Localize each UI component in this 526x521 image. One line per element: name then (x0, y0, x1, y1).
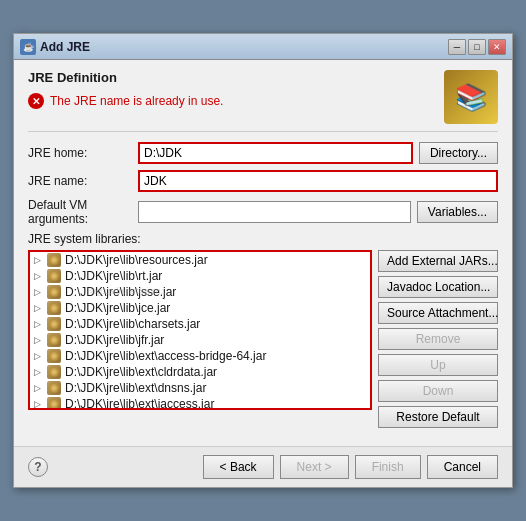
error-icon: ✕ (28, 93, 44, 109)
list-item[interactable]: ▷ D:\JDK\jre\lib\jfr.jar (30, 332, 370, 348)
bottom-bar: ? < Back Next > Finish Cancel (14, 446, 512, 487)
help-button[interactable]: ? (28, 457, 48, 477)
jar-icon (47, 317, 61, 331)
back-button[interactable]: < Back (203, 455, 274, 479)
title-controls: ─ □ ✕ (448, 39, 506, 55)
add-jre-dialog: ☕ Add JRE ─ □ ✕ JRE Definition ✕ The JRE… (13, 33, 513, 488)
minimize-button[interactable]: ─ (448, 39, 466, 55)
source-attachment-button[interactable]: Source Attachment... (378, 302, 498, 324)
lib-path: D:\JDK\jre\lib\ext\cldrdata.jar (65, 365, 217, 379)
jar-icon (47, 301, 61, 315)
directory-button[interactable]: Directory... (419, 142, 498, 164)
jar-icon (47, 333, 61, 347)
maximize-button[interactable]: □ (468, 39, 486, 55)
list-item[interactable]: ▷ D:\JDK\jre\lib\charsets.jar (30, 316, 370, 332)
title-bar: ☕ Add JRE ─ □ ✕ (14, 34, 512, 60)
tree-arrow: ▷ (34, 383, 41, 393)
tree-arrow: ▷ (34, 287, 41, 297)
error-message: The JRE name is already in use. (50, 94, 223, 108)
libraries-body: ▷ D:\JDK\jre\lib\resources.jar ▷ D:\JDK\… (28, 250, 498, 428)
vm-args-input[interactable] (138, 201, 411, 223)
jre-name-input-wrap (138, 170, 498, 192)
jar-icon (47, 269, 61, 283)
error-row: ✕ The JRE name is already in use. (28, 93, 498, 109)
jre-home-input-wrap: Directory... (138, 142, 498, 164)
list-item[interactable]: ▷ D:\JDK\jre\lib\rt.jar (30, 268, 370, 284)
vm-args-row: Default VM arguments: Variables... (28, 198, 498, 226)
tree-arrow: ▷ (34, 271, 41, 281)
dialog-content: JRE Definition ✕ The JRE name is already… (14, 60, 512, 446)
window-icon: ☕ (20, 39, 36, 55)
cancel-button[interactable]: Cancel (427, 455, 498, 479)
lib-path: D:\JDK\jre\lib\ext\access-bridge-64.jar (65, 349, 266, 363)
tree-arrow: ▷ (34, 367, 41, 377)
add-external-jars-button[interactable]: Add External JARs... (378, 250, 498, 272)
jar-icon (47, 285, 61, 299)
restore-default-button[interactable]: Restore Default (378, 406, 498, 428)
jre-name-row: JRE name: (28, 170, 498, 192)
tree-arrow: ▷ (34, 399, 41, 408)
window-title: Add JRE (40, 40, 90, 54)
list-item[interactable]: ▷ D:\JDK\jre\lib\ext\jaccess.jar (30, 396, 370, 408)
jar-icon (47, 349, 61, 363)
jar-icon (47, 397, 61, 408)
tree-arrow: ▷ (34, 319, 41, 329)
jre-name-input[interactable] (138, 170, 498, 192)
lib-path: D:\JDK\jre\lib\charsets.jar (65, 317, 200, 331)
jre-name-label: JRE name: (28, 174, 138, 188)
finish-button[interactable]: Finish (355, 455, 421, 479)
jre-home-label: JRE home: (28, 146, 138, 160)
jre-home-input[interactable] (138, 142, 413, 164)
lib-path: D:\JDK\jre\lib\ext\jaccess.jar (65, 397, 214, 408)
lib-path: D:\JDK\jre\lib\jce.jar (65, 301, 170, 315)
up-button[interactable]: Up (378, 354, 498, 376)
close-button[interactable]: ✕ (488, 39, 506, 55)
list-item[interactable]: ▷ D:\JDK\jre\lib\resources.jar (30, 252, 370, 268)
list-item[interactable]: ▷ D:\JDK\jre\lib\jsse.jar log.csdn.net/q… (30, 284, 370, 300)
tree-arrow: ▷ (34, 351, 41, 361)
libraries-list[interactable]: ▷ D:\JDK\jre\lib\resources.jar ▷ D:\JDK\… (30, 252, 370, 408)
lib-path: D:\JDK\jre\lib\ext\dnsns.jar (65, 381, 206, 395)
lib-path: D:\JDK\jre\lib\rt.jar (65, 269, 162, 283)
list-item[interactable]: ▷ D:\JDK\jre\lib\ext\dnsns.jar (30, 380, 370, 396)
header-section: JRE Definition ✕ The JRE name is already… (28, 70, 498, 132)
vm-args-label: Default VM arguments: (28, 198, 138, 226)
libraries-label: JRE system libraries: (28, 232, 498, 246)
list-item[interactable]: ▷ D:\JDK\jre\lib\ext\access-bridge-64.ja… (30, 348, 370, 364)
libraries-section: JRE system libraries: ▷ D:\JDK\jre\lib\r… (28, 232, 498, 428)
lib-path: D:\JDK\jre\lib\jfr.jar (65, 333, 164, 347)
remove-button[interactable]: Remove (378, 328, 498, 350)
tree-arrow: ▷ (34, 335, 41, 345)
jar-icon (47, 253, 61, 267)
libraries-list-wrap: ▷ D:\JDK\jre\lib\resources.jar ▷ D:\JDK\… (28, 250, 372, 410)
libraries-buttons: Add External JARs... Javadoc Location...… (378, 250, 498, 428)
down-button[interactable]: Down (378, 380, 498, 402)
section-title: JRE Definition (28, 70, 498, 85)
jar-icon (47, 365, 61, 379)
variables-button[interactable]: Variables... (417, 201, 498, 223)
list-item[interactable]: ▷ D:\JDK\jre\lib\ext\cldrdata.jar (30, 364, 370, 380)
tree-arrow: ▷ (34, 303, 41, 313)
jre-logo: 📚 (444, 70, 498, 124)
list-item[interactable]: ▷ D:\JDK\jre\lib\jce.jar (30, 300, 370, 316)
jar-icon (47, 381, 61, 395)
javadoc-location-button[interactable]: Javadoc Location... (378, 276, 498, 298)
jre-home-row: JRE home: Directory... (28, 142, 498, 164)
tree-arrow: ▷ (34, 255, 41, 265)
next-button[interactable]: Next > (280, 455, 349, 479)
lib-path: D:\JDK\jre\lib\resources.jar (65, 253, 208, 267)
navigation-buttons: < Back Next > Finish Cancel (203, 455, 498, 479)
title-bar-left: ☕ Add JRE (20, 39, 90, 55)
